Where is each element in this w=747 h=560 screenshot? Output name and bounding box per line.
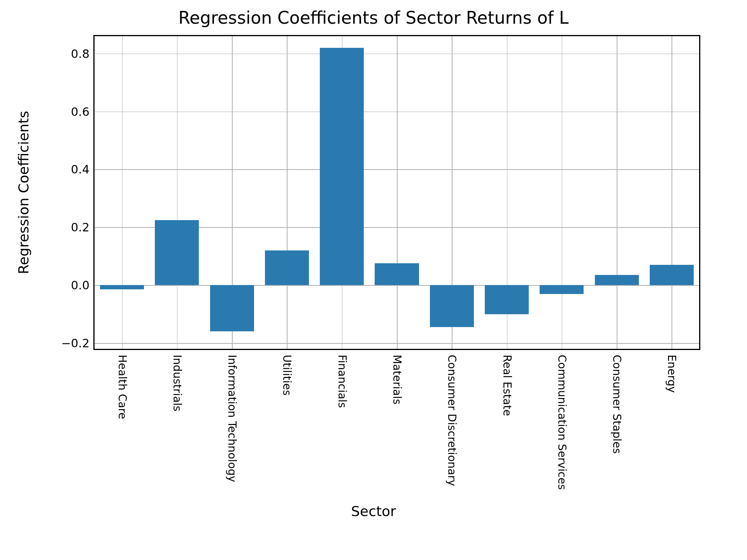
bar [430,285,474,327]
x-tick-label: Financials [335,355,348,408]
v-gridline [287,36,288,349]
v-gridline [397,36,398,349]
bar [210,285,254,331]
v-gridline [562,36,563,349]
x-tick-label: Materials [391,355,403,404]
v-gridline [177,36,178,349]
plot-area [93,35,700,350]
x-tick-label: Consumer Staples [610,355,623,454]
bar [320,48,364,285]
v-gridline [672,36,672,349]
v-gridline [617,36,617,349]
y-tick-label: 0.0 [12,278,89,292]
x-axis-label: Sector [0,503,747,519]
bar [485,285,529,314]
y-tick-label: 0.4 [12,163,89,176]
y-tick-label: 0.6 [12,105,89,118]
x-tick-label: Energy [665,355,678,393]
x-tick-label: Communication Services [555,355,568,490]
bar [375,263,419,285]
bar [155,220,199,285]
x-tick-label: Consumer Discretionary [445,355,458,486]
bar [265,250,309,285]
bar [650,265,694,285]
y-axis-label: Regression Coefficients [16,111,32,274]
x-tick-label: Industrials [170,355,183,411]
y-tick-label: 0.2 [12,220,89,234]
bar [540,285,584,294]
x-tick-label: Information Technology [226,355,238,482]
y-tick-label: −0.2 [12,336,89,350]
v-gridline [122,36,123,349]
x-tick-label: Real Estate [500,355,513,416]
x-tick-label: Health Care [116,355,128,419]
bar [100,285,144,289]
y-tick-label: 0.8 [12,47,89,60]
chart-title: Regression Coefficients of Sector Return… [0,8,747,28]
figure: Regression Coefficients of Sector Return… [0,0,747,560]
bar [595,275,639,285]
x-tick-label: Utilities [281,355,293,396]
